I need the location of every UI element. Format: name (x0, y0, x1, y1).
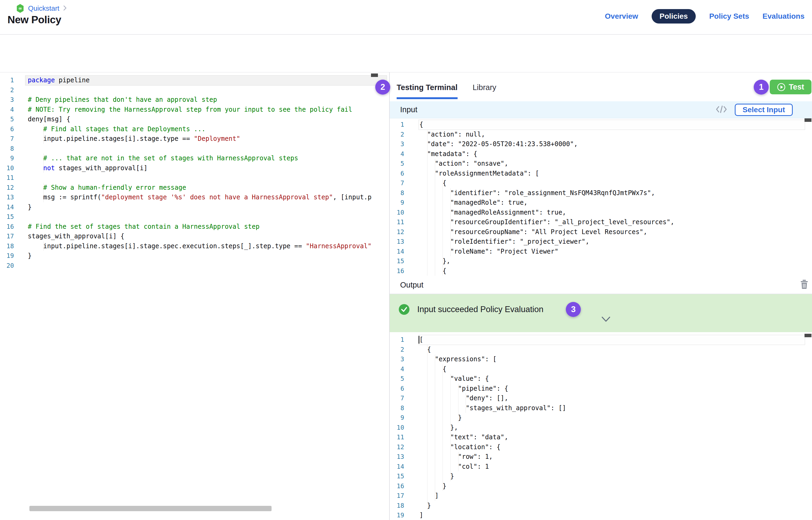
code-line[interactable]: 9 # ... that are not in the set of stage… (0, 153, 389, 163)
editor-overview-ruler[interactable] (371, 74, 378, 77)
tab-testing-terminal[interactable]: Testing Terminal (397, 83, 458, 99)
line-number: 15 (390, 256, 404, 266)
line-number: 4 (0, 105, 14, 114)
code-line[interactable]: 9 } (390, 413, 812, 423)
code-line[interactable]: 11 (0, 173, 389, 183)
code-line[interactable]: 3 "expressions": [ (390, 354, 812, 364)
breadcrumb-project-link[interactable]: Quickstart (28, 4, 59, 12)
code-line[interactable]: 7 { (390, 178, 812, 188)
nav-tab-policies[interactable]: Policies (652, 9, 696, 24)
chevron-down-icon[interactable] (601, 316, 611, 323)
code-line[interactable]: 13 "row": 1, (390, 452, 812, 462)
code-line[interactable]: 3# Deny pipelines that don't have an app… (0, 95, 389, 105)
code-text: "expressions": [ (404, 354, 497, 364)
line-number: 6 (0, 124, 14, 134)
code-text: ] (404, 491, 439, 501)
code-line[interactable]: 1[ (390, 335, 812, 345)
code-line[interactable]: 4 "metadata": { (390, 149, 812, 159)
code-line[interactable]: 2 (0, 85, 389, 95)
code-line[interactable]: 14 "col": 1 (390, 462, 812, 472)
code-line[interactable]: 2 { (390, 345, 812, 355)
code-line[interactable]: 6 # Find all stages that are Deployments… (0, 124, 389, 134)
code-line[interactable]: 9 "managedRole": true, (390, 198, 812, 208)
output-editor-scrollbar-thumb[interactable] (805, 334, 811, 337)
trash-icon[interactable] (800, 279, 809, 291)
code-line[interactable]: 12 # Show a human-friendly error message (0, 183, 389, 193)
policy-toolbar: foo Save Discard (0, 35, 812, 72)
code-line[interactable]: 12 "resourceGroupName": "All Project Lev… (390, 227, 812, 237)
code-line[interactable]: 14} (0, 202, 389, 212)
code-line[interactable]: 15 (0, 212, 389, 222)
code-line[interactable]: 5 "value": { (390, 374, 812, 384)
code-line[interactable]: 1package pipeline (0, 75, 389, 85)
text-cursor (418, 336, 420, 344)
code-line[interactable]: 4# NOTE: Try removing the HarnessApprova… (0, 105, 389, 114)
code-line[interactable]: 2 "action": null, (390, 130, 812, 139)
input-editor-scrollbar-thumb[interactable] (805, 119, 811, 122)
code-line[interactable]: 7 input.pipeline.stages[i].stage.type ==… (0, 134, 389, 144)
select-input-button[interactable]: Select Input (735, 104, 793, 116)
code-line[interactable]: 16# Find the set of stages that contain … (0, 222, 389, 232)
code-brackets-icon[interactable] (715, 105, 727, 114)
code-line[interactable]: 18 input.pipeline.stages[i].stage.spec.e… (0, 241, 389, 251)
line-number: 15 (0, 212, 14, 222)
rego-code-editor[interactable]: 1package pipeline23# Deny pipelines that… (0, 72, 389, 520)
nav-tab-overview[interactable]: Overview (605, 12, 638, 21)
code-text: } (404, 471, 454, 481)
code-text: input.pipeline.stages[i].stage.spec.exec… (14, 241, 372, 251)
code-line[interactable]: 15 }, (390, 256, 812, 266)
test-button[interactable]: Test (770, 80, 811, 94)
breadcrumb: ∞ Quickstart (16, 4, 67, 13)
line-number: 14 (0, 202, 14, 212)
line-number: 8 (390, 188, 404, 198)
code-text: stages_with_approval[i] { (14, 231, 124, 241)
code-line[interactable]: 8 "identifier": "role_assignment_NsFQM43… (390, 188, 812, 198)
code-line[interactable]: 16 } (390, 481, 812, 491)
code-line[interactable]: 10 "managedRoleAssignment": true, (390, 208, 812, 217)
horizontal-scrollbar[interactable] (29, 506, 272, 511)
line-number: 3 (0, 95, 14, 105)
code-line[interactable]: 15 } (390, 471, 812, 481)
code-text: package pipeline (14, 75, 90, 85)
code-line[interactable]: 8 "stages_with_approval": [] (390, 403, 812, 413)
code-line[interactable]: 6 "pipeline": { (390, 384, 812, 394)
chevron-right-icon (62, 4, 67, 12)
code-line[interactable]: 11 "resourceGroupIdentifier": "_all_proj… (390, 217, 812, 227)
code-line[interactable]: 13 "roleIdentifier": "_project_viewer", (390, 237, 812, 246)
code-line[interactable]: 17stages_with_approval[i] { (0, 231, 389, 241)
code-text: "stages_with_approval": [] (404, 403, 566, 413)
code-line[interactable]: 1{ (390, 120, 812, 130)
code-line[interactable]: 10 }, (390, 423, 812, 433)
code-line[interactable]: 8 (0, 144, 389, 154)
code-line[interactable]: 18 } (390, 501, 812, 511)
output-json-editor[interactable]: 1[2 {3 "expressions": [4 {5 "value": {6 … (390, 332, 812, 520)
code-line[interactable]: 16 { (390, 266, 812, 276)
code-line[interactable]: 6 "roleAssignmentMetadata": [ (390, 168, 812, 179)
policy-editor-page: ∞ Quickstart New Policy Overview Policie… (0, 0, 812, 520)
code-line[interactable]: 4 { (390, 364, 812, 374)
code-text: "roleIdentifier": "_project_viewer", (404, 237, 589, 246)
code-line[interactable]: 14 "roleName": "Project Viewer" (390, 246, 812, 257)
code-line[interactable]: 7 "deny": [], (390, 393, 812, 403)
nav-tab-policy-sets[interactable]: Policy Sets (709, 12, 749, 21)
code-line[interactable]: 11 "text": "data", (390, 432, 812, 442)
code-line[interactable]: 12 "location": { (390, 442, 812, 452)
code-line[interactable]: 5deny[msg] { (0, 114, 389, 124)
success-message: Input succeeded Policy Evaluation (417, 305, 543, 314)
input-section-header: Input Select Input (390, 101, 812, 119)
code-line[interactable]: 19] (390, 511, 812, 520)
nav-tab-evaluations[interactable]: Evaluations (763, 12, 805, 21)
code-line[interactable]: 13 msg := sprintf("deployment stage '%s'… (0, 192, 389, 202)
code-line[interactable]: 17 ] (390, 491, 812, 501)
code-text: } (14, 202, 31, 212)
code-line[interactable]: 19} (0, 251, 389, 261)
code-line[interactable]: 20 (0, 261, 389, 271)
code-text: "identifier": "role_assignment_NsFQM43Rq… (404, 188, 655, 198)
input-label: Input (400, 105, 417, 114)
evaluation-success-banner: Input succeeded Policy Evaluation (390, 294, 812, 332)
code-line[interactable]: 10 not stages_with_approval[i] (0, 163, 389, 173)
tab-library[interactable]: Library (473, 83, 496, 97)
input-json-editor[interactable]: 1{2 "action": null,3 "date": "2022-05-05… (390, 119, 812, 276)
code-line[interactable]: 3 "date": "2022-05-05T20:41:23.538+0000"… (390, 139, 812, 149)
code-line[interactable]: 5 "action": "onsave", (390, 159, 812, 168)
